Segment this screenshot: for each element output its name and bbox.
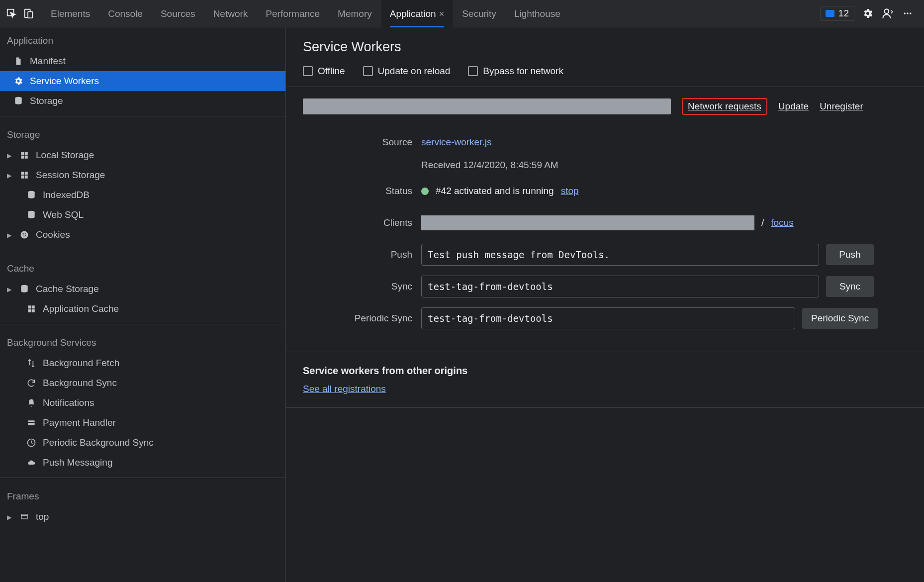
expand-icon[interactable]: ▸ <box>6 170 13 181</box>
svg-point-21 <box>23 235 24 236</box>
expand-icon[interactable]: ▸ <box>6 229 13 241</box>
sidebar-item-payment-handler[interactable]: Payment Handler <box>0 413 285 433</box>
sidebar-item-label: Payment Handler <box>43 417 280 428</box>
push-input[interactable] <box>421 244 819 266</box>
sidebar-item-cookies[interactable]: ▸Cookies <box>0 225 285 245</box>
issues-icon <box>826 10 834 17</box>
device-toggle-icon[interactable] <box>22 7 35 20</box>
other-origins-header: Service workers from other origins <box>303 365 907 377</box>
network-requests-link[interactable]: Network requests <box>688 101 761 111</box>
tab-application[interactable]: Application× <box>381 0 453 27</box>
sidebar-item-manifest[interactable]: Manifest <box>0 51 285 71</box>
issues-count: 12 <box>838 8 849 19</box>
push-button[interactable]: Push <box>826 244 874 265</box>
unregister-link[interactable]: Unregister <box>820 101 863 112</box>
sidebar-item-label: Cookies <box>36 229 280 240</box>
tab-sources[interactable]: Sources <box>152 0 204 27</box>
sidebar-item-local-storage[interactable]: ▸Local Storage <box>0 145 285 165</box>
sidebar-item-storage[interactable]: Storage <box>0 91 285 111</box>
tab-security[interactable]: Security <box>453 0 505 27</box>
sidebar-item-label: Periodic Background Sync <box>43 437 280 448</box>
sidebar-item-label: Web SQL <box>43 209 280 220</box>
sidebar-item-label: Background Sync <box>43 378 280 388</box>
frame-icon <box>19 511 30 522</box>
inspect-icon[interactable] <box>5 7 18 20</box>
tab-performance[interactable]: Performance <box>257 0 329 27</box>
tab-elements[interactable]: Elements <box>42 0 99 27</box>
tab-network[interactable]: Network <box>204 0 257 27</box>
section-header: Cache <box>0 255 285 279</box>
grid-icon <box>19 170 30 181</box>
toolbar-right: 12 <box>820 6 924 21</box>
svg-point-5 <box>907 12 908 14</box>
sidebar-item-label: IndexedDB <box>43 190 280 200</box>
gear-icon <box>13 76 24 87</box>
client-url-masked <box>421 215 754 230</box>
svg-rect-11 <box>25 156 28 159</box>
profile-icon[interactable] <box>881 7 894 20</box>
tab-console[interactable]: Console <box>99 0 152 27</box>
periodic-sync-input[interactable] <box>421 307 795 329</box>
offline-checkbox[interactable]: Offline <box>303 66 345 77</box>
expand-icon[interactable]: ▸ <box>6 511 13 523</box>
sidebar-item-session-storage[interactable]: ▸Session Storage <box>0 165 285 185</box>
service-workers-panel: Service Workers Offline Update on reload… <box>286 27 924 582</box>
sidebar-item-label: Notifications <box>43 397 280 408</box>
focus-link[interactable]: focus <box>771 217 793 228</box>
clock-icon <box>26 437 37 448</box>
sidebar-item-service-workers[interactable]: Service Workers <box>0 71 285 91</box>
file-icon <box>13 56 24 67</box>
section-header: Frames <box>0 483 285 507</box>
db-icon <box>26 190 37 200</box>
svg-rect-25 <box>32 305 35 308</box>
sidebar-item-top[interactable]: ▸top <box>0 507 285 527</box>
sidebar-item-cache-storage[interactable]: ▸Cache Storage <box>0 279 285 299</box>
grid-icon <box>19 150 30 161</box>
update-link[interactable]: Update <box>778 101 809 112</box>
sidebar-item-indexeddb[interactable]: IndexedDB <box>0 185 285 205</box>
sync-button[interactable]: Sync <box>826 276 874 297</box>
section-header: Application <box>0 27 285 51</box>
sidebar-item-application-cache[interactable]: Application Cache <box>0 299 285 319</box>
cookie-icon <box>19 229 30 240</box>
sidebar-item-web-sql[interactable]: Web SQL <box>0 205 285 225</box>
svg-point-6 <box>910 12 911 14</box>
sidebar-item-notifications[interactable]: Notifications <box>0 393 285 413</box>
sidebar-item-background-sync[interactable]: Background Sync <box>0 373 285 393</box>
expand-icon[interactable]: ▸ <box>6 150 13 161</box>
application-sidebar: ApplicationManifestService WorkersStorag… <box>0 27 286 582</box>
sidebar-item-background-fetch[interactable]: Background Fetch <box>0 353 285 373</box>
periodic-sync-button[interactable]: Periodic Sync <box>802 308 878 329</box>
bypass-for-network-checkbox[interactable]: Bypass for network <box>468 66 563 77</box>
tab-memory[interactable]: Memory <box>329 0 381 27</box>
expand-icon[interactable]: ▸ <box>6 284 13 295</box>
close-icon[interactable]: × <box>439 9 445 19</box>
bell-icon <box>26 397 37 408</box>
sidebar-item-push-messaging[interactable]: Push Messaging <box>0 453 285 473</box>
sidebar-item-label: Application Cache <box>43 303 280 314</box>
sync-input[interactable] <box>421 276 819 297</box>
db-icon <box>19 284 30 294</box>
source-file-link[interactable]: service-worker.js <box>421 137 491 148</box>
svg-rect-2 <box>28 11 32 18</box>
stop-link[interactable]: stop <box>561 186 579 196</box>
sidebar-item-label: Service Workers <box>30 76 280 87</box>
more-icon[interactable] <box>901 7 914 20</box>
svg-rect-13 <box>25 172 28 175</box>
sidebar-item-label: Session Storage <box>36 170 280 181</box>
svg-rect-27 <box>32 309 35 312</box>
status-label: Status <box>303 186 412 196</box>
panel-title: Service Workers <box>303 39 907 55</box>
svg-point-18 <box>21 231 28 239</box>
other-origins-section: Service workers from other origins See a… <box>286 352 924 408</box>
svg-rect-12 <box>21 172 24 175</box>
update-on-reload-checkbox[interactable]: Update on reload <box>363 66 451 77</box>
sidebar-item-label: Manifest <box>30 56 280 67</box>
see-all-registrations-link[interactable]: See all registrations <box>303 384 386 394</box>
sidebar-item-periodic-background-sync[interactable]: Periodic Background Sync <box>0 433 285 453</box>
svg-rect-14 <box>21 176 24 179</box>
issues-badge[interactable]: 12 <box>820 6 854 21</box>
status-dot-icon <box>421 188 429 195</box>
tab-lighthouse[interactable]: Lighthouse <box>505 0 569 27</box>
settings-icon[interactable] <box>861 7 874 20</box>
